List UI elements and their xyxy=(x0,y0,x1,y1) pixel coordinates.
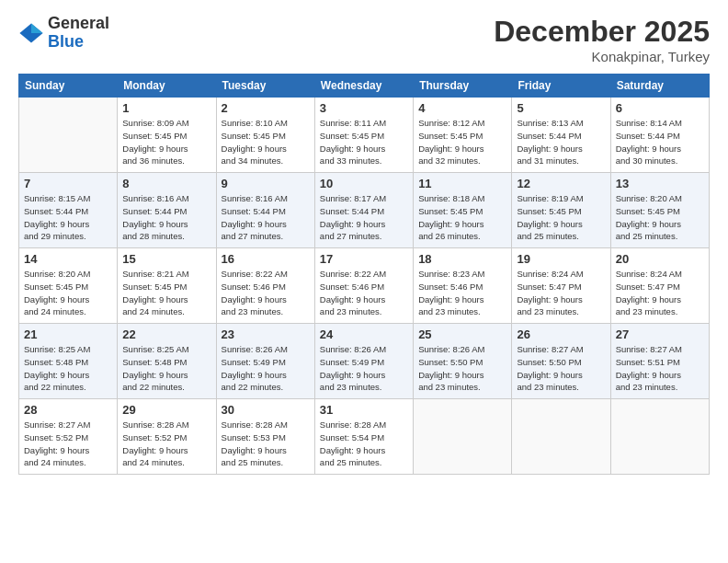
day-info: Sunrise: 8:11 AM Sunset: 5:45 PM Dayligh… xyxy=(320,117,408,167)
weekday-header-thursday: Thursday xyxy=(414,75,512,98)
day-info: Sunrise: 8:25 AM Sunset: 5:48 PM Dayligh… xyxy=(122,343,210,394)
calendar-cell: 27Sunrise: 8:27 AM Sunset: 5:51 PM Dayli… xyxy=(610,324,709,399)
day-number: 19 xyxy=(517,252,605,266)
day-info: Sunrise: 8:10 AM Sunset: 5:45 PM Dayligh… xyxy=(222,117,310,167)
calendar-cell: 1Sunrise: 8:09 AM Sunset: 5:45 PM Daylig… xyxy=(118,98,216,173)
calendar-cell: 9Sunrise: 8:16 AM Sunset: 5:44 PM Daylig… xyxy=(216,173,314,248)
weekday-header-row: SundayMondayTuesdayWednesdayThursdayFrid… xyxy=(19,75,710,98)
day-info: Sunrise: 8:26 AM Sunset: 5:49 PM Dayligh… xyxy=(222,343,310,394)
day-number: 6 xyxy=(616,101,704,115)
calendar-cell xyxy=(19,98,118,173)
day-number: 24 xyxy=(320,327,408,341)
logo-text: General Blue xyxy=(48,15,109,52)
calendar-cell: 21Sunrise: 8:25 AM Sunset: 5:48 PM Dayli… xyxy=(19,324,118,399)
calendar-cell: 23Sunrise: 8:26 AM Sunset: 5:49 PM Dayli… xyxy=(216,324,314,399)
day-info: Sunrise: 8:28 AM Sunset: 5:53 PM Dayligh… xyxy=(222,419,310,469)
logo-icon xyxy=(18,20,44,46)
calendar-cell: 15Sunrise: 8:21 AM Sunset: 5:45 PM Dayli… xyxy=(118,248,216,324)
day-info: Sunrise: 8:27 AM Sunset: 5:52 PM Dayligh… xyxy=(24,419,112,469)
svg-marker-1 xyxy=(31,23,43,33)
calendar-cell: 12Sunrise: 8:19 AM Sunset: 5:45 PM Dayli… xyxy=(512,173,610,248)
calendar-cell: 20Sunrise: 8:24 AM Sunset: 5:47 PM Dayli… xyxy=(610,248,709,324)
day-info: Sunrise: 8:27 AM Sunset: 5:51 PM Dayligh… xyxy=(616,343,704,394)
day-info: Sunrise: 8:16 AM Sunset: 5:44 PM Dayligh… xyxy=(122,192,210,243)
day-info: Sunrise: 8:28 AM Sunset: 5:54 PM Dayligh… xyxy=(320,419,408,469)
weekday-header-wednesday: Wednesday xyxy=(314,75,413,98)
day-info: Sunrise: 8:22 AM Sunset: 5:46 PM Dayligh… xyxy=(320,268,408,318)
weekday-header-saturday: Saturday xyxy=(610,75,709,98)
calendar-week-row: 7Sunrise: 8:15 AM Sunset: 5:44 PM Daylig… xyxy=(19,173,710,248)
calendar-cell: 24Sunrise: 8:26 AM Sunset: 5:49 PM Dayli… xyxy=(314,324,413,399)
day-number: 20 xyxy=(616,252,704,266)
day-number: 21 xyxy=(24,327,112,341)
day-info: Sunrise: 8:26 AM Sunset: 5:49 PM Dayligh… xyxy=(320,343,408,394)
calendar-cell: 4Sunrise: 8:12 AM Sunset: 5:45 PM Daylig… xyxy=(414,98,512,173)
calendar-cell: 13Sunrise: 8:20 AM Sunset: 5:45 PM Dayli… xyxy=(610,173,709,248)
day-number: 14 xyxy=(24,252,112,266)
calendar-cell: 10Sunrise: 8:17 AM Sunset: 5:44 PM Dayli… xyxy=(314,173,413,248)
day-info: Sunrise: 8:27 AM Sunset: 5:50 PM Dayligh… xyxy=(517,343,605,394)
calendar-cell: 7Sunrise: 8:15 AM Sunset: 5:44 PM Daylig… xyxy=(19,173,118,248)
calendar-cell: 30Sunrise: 8:28 AM Sunset: 5:53 PM Dayli… xyxy=(216,399,314,475)
day-number: 3 xyxy=(320,101,408,115)
page: General Blue December 2025 Konakpinar, T… xyxy=(0,0,728,563)
calendar-cell: 17Sunrise: 8:22 AM Sunset: 5:46 PM Dayli… xyxy=(314,248,413,324)
calendar-cell: 22Sunrise: 8:25 AM Sunset: 5:48 PM Dayli… xyxy=(118,324,216,399)
day-info: Sunrise: 8:13 AM Sunset: 5:44 PM Dayligh… xyxy=(517,117,605,167)
calendar-cell: 14Sunrise: 8:20 AM Sunset: 5:45 PM Dayli… xyxy=(19,248,118,324)
calendar-cell: 29Sunrise: 8:28 AM Sunset: 5:52 PM Dayli… xyxy=(118,399,216,475)
calendar-cell: 2Sunrise: 8:10 AM Sunset: 5:45 PM Daylig… xyxy=(216,98,314,173)
logo: General Blue xyxy=(18,15,109,52)
logo-general-text: General xyxy=(48,15,109,33)
day-info: Sunrise: 8:19 AM Sunset: 5:45 PM Dayligh… xyxy=(517,192,605,243)
day-info: Sunrise: 8:23 AM Sunset: 5:46 PM Dayligh… xyxy=(418,268,506,318)
day-info: Sunrise: 8:18 AM Sunset: 5:45 PM Dayligh… xyxy=(418,192,506,243)
day-info: Sunrise: 8:20 AM Sunset: 5:45 PM Dayligh… xyxy=(24,268,112,318)
calendar: SundayMondayTuesdayWednesdayThursdayFrid… xyxy=(18,74,710,475)
logo-blue-text: Blue xyxy=(48,33,109,52)
day-info: Sunrise: 8:21 AM Sunset: 5:45 PM Dayligh… xyxy=(122,268,210,318)
day-info: Sunrise: 8:22 AM Sunset: 5:46 PM Dayligh… xyxy=(222,268,310,318)
day-info: Sunrise: 8:09 AM Sunset: 5:45 PM Dayligh… xyxy=(122,117,210,167)
calendar-cell: 28Sunrise: 8:27 AM Sunset: 5:52 PM Dayli… xyxy=(19,399,118,475)
calendar-cell xyxy=(512,399,610,475)
title-block: December 2025 Konakpinar, Turkey xyxy=(494,15,710,64)
calendar-week-row: 14Sunrise: 8:20 AM Sunset: 5:45 PM Dayli… xyxy=(19,248,710,324)
calendar-cell: 18Sunrise: 8:23 AM Sunset: 5:46 PM Dayli… xyxy=(414,248,512,324)
calendar-cell: 11Sunrise: 8:18 AM Sunset: 5:45 PM Dayli… xyxy=(414,173,512,248)
day-number: 13 xyxy=(616,177,704,190)
day-info: Sunrise: 8:20 AM Sunset: 5:45 PM Dayligh… xyxy=(616,192,704,243)
day-info: Sunrise: 8:24 AM Sunset: 5:47 PM Dayligh… xyxy=(517,268,605,318)
day-info: Sunrise: 8:12 AM Sunset: 5:45 PM Dayligh… xyxy=(418,117,506,167)
day-number: 1 xyxy=(122,101,210,115)
day-number: 26 xyxy=(517,327,605,341)
day-number: 7 xyxy=(24,177,112,190)
day-info: Sunrise: 8:26 AM Sunset: 5:50 PM Dayligh… xyxy=(418,343,506,394)
day-number: 8 xyxy=(122,177,210,190)
day-number: 29 xyxy=(122,403,210,417)
day-number: 30 xyxy=(222,403,310,417)
calendar-week-row: 28Sunrise: 8:27 AM Sunset: 5:52 PM Dayli… xyxy=(19,399,710,475)
day-number: 25 xyxy=(418,327,506,341)
weekday-header-monday: Monday xyxy=(118,75,216,98)
day-number: 28 xyxy=(24,403,112,417)
day-info: Sunrise: 8:16 AM Sunset: 5:44 PM Dayligh… xyxy=(222,192,310,243)
calendar-cell: 6Sunrise: 8:14 AM Sunset: 5:44 PM Daylig… xyxy=(610,98,709,173)
day-number: 18 xyxy=(418,252,506,266)
day-number: 22 xyxy=(122,327,210,341)
day-number: 17 xyxy=(320,252,408,266)
calendar-cell: 16Sunrise: 8:22 AM Sunset: 5:46 PM Dayli… xyxy=(216,248,314,324)
day-info: Sunrise: 8:17 AM Sunset: 5:44 PM Dayligh… xyxy=(320,192,408,243)
day-info: Sunrise: 8:24 AM Sunset: 5:47 PM Dayligh… xyxy=(616,268,704,318)
day-number: 16 xyxy=(222,252,310,266)
day-info: Sunrise: 8:25 AM Sunset: 5:48 PM Dayligh… xyxy=(24,343,112,394)
weekday-header-sunday: Sunday xyxy=(19,75,118,98)
calendar-cell: 19Sunrise: 8:24 AM Sunset: 5:47 PM Dayli… xyxy=(512,248,610,324)
day-number: 15 xyxy=(122,252,210,266)
weekday-header-friday: Friday xyxy=(512,75,610,98)
day-number: 11 xyxy=(418,177,506,190)
calendar-cell xyxy=(610,399,709,475)
day-number: 23 xyxy=(222,327,310,341)
month-title: December 2025 xyxy=(494,15,710,49)
calendar-cell: 25Sunrise: 8:26 AM Sunset: 5:50 PM Dayli… xyxy=(414,324,512,399)
